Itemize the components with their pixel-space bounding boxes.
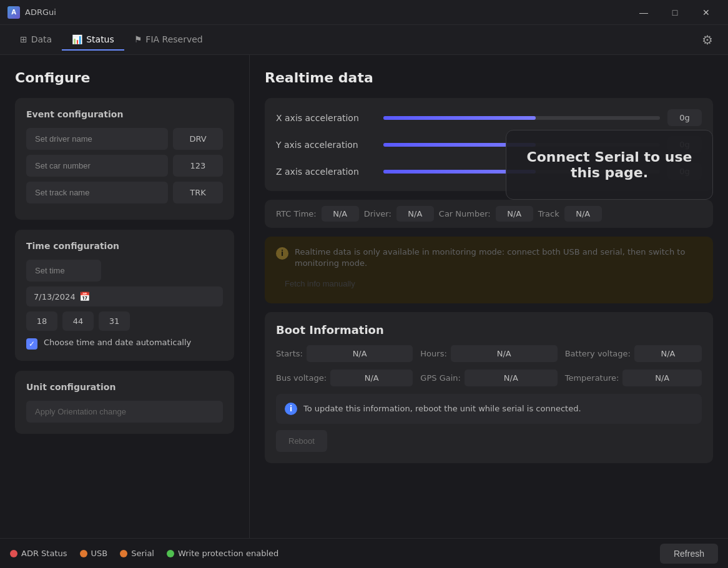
connect-overlay-text: Connect Serial to use this page. <box>527 149 692 180</box>
usb-status-label: USB <box>91 549 108 558</box>
wp-status-label: Write protection enabled <box>178 549 278 558</box>
starts-item: Starts: N/A <box>276 345 413 362</box>
driver-row: Set driver name DRV <box>26 128 223 150</box>
hours-label: Hours: <box>420 349 446 358</box>
hours-value: N/A <box>451 345 558 362</box>
adr-status-dot <box>10 550 17 557</box>
starts-value: N/A <box>307 345 413 362</box>
temp-item: Temperature: N/A <box>565 370 702 386</box>
warning-banner: i Realtime data is only available in mon… <box>265 237 713 303</box>
unit-config-section: Unit configuration Apply Orientation cha… <box>15 371 234 434</box>
set-car-button[interactable]: Set car number <box>26 155 168 177</box>
boot-grid: Starts: N/A Hours: N/A Battery voltage: … <box>276 345 702 386</box>
warning-row: i Realtime data is only available in mon… <box>276 247 702 269</box>
set-track-button[interactable]: Set track name <box>26 182 168 203</box>
temp-value: N/A <box>622 370 702 386</box>
tab-bar: ⊞ Data 📊 Status ⚑ FIA Reserved ⚙ <box>0 25 728 55</box>
configure-title: Configure <box>15 70 234 86</box>
reboot-button[interactable]: Reboot <box>276 430 327 452</box>
set-time-button[interactable]: Set time <box>26 260 101 282</box>
rtc-time-label: RTC Time: <box>276 209 317 218</box>
maximize-button[interactable]: □ <box>661 2 689 22</box>
usb-status-dot <box>80 550 87 557</box>
window-controls: — □ ✕ <box>629 2 721 22</box>
usb-status-item: USB <box>80 549 108 558</box>
tab-data[interactable]: ⊞ Data <box>10 29 62 51</box>
adr-status-label: ADR Status <box>21 549 67 558</box>
x-accel-value: 0g <box>667 109 702 126</box>
date-input[interactable]: 7/13/2024 📅 <box>26 286 223 306</box>
driver-value: DRV <box>173 128 223 150</box>
info-note: i To update this information, reboot the… <box>276 394 702 424</box>
track-row: Set track name TRK <box>26 182 223 203</box>
date-value: 7/13/2024 <box>34 292 76 301</box>
rtc-car-label: Car Number: <box>439 209 491 218</box>
info-note-text: To update this information, reboot the u… <box>303 403 581 415</box>
gps-label: GPS Gain: <box>420 373 461 383</box>
set-driver-button[interactable]: Set driver name <box>26 128 168 150</box>
rtc-time-value: N/A <box>322 206 359 222</box>
wp-status-dot <box>167 550 174 557</box>
title-bar: A ADRGui — □ ✕ <box>0 0 728 25</box>
event-config-title: Event configuration <box>26 109 223 119</box>
rtc-row: RTC Time: N/A Driver: N/A Car Number: N/… <box>265 200 713 228</box>
refresh-button[interactable]: Refresh <box>660 544 718 564</box>
second-input[interactable]: 31 <box>99 311 130 331</box>
warning-text: Realtime data is only available in monit… <box>295 247 702 269</box>
apply-orientation-button[interactable]: Apply Orientation change <box>26 401 223 423</box>
adr-status-item: ADR Status <box>10 549 67 558</box>
bus-value: N/A <box>330 370 413 386</box>
unit-config-title: Unit configuration <box>26 382 223 392</box>
connect-overlay: Connect Serial to use this page. <box>506 130 713 200</box>
hours-item: Hours: N/A <box>420 345 557 362</box>
minute-input[interactable]: 44 <box>62 311 94 331</box>
settings-button[interactable]: ⚙ <box>697 30 718 50</box>
data-tab-icon: ⊞ <box>20 34 27 44</box>
rtc-track-value: N/A <box>564 206 602 222</box>
hour-input[interactable]: 18 <box>26 311 57 331</box>
temp-label: Temperature: <box>565 373 619 383</box>
tab-status-label: Status <box>86 34 114 44</box>
rtc-driver-label: Driver: <box>364 209 391 218</box>
gps-value: N/A <box>465 370 558 386</box>
rtc-track-label: Track <box>538 209 559 218</box>
auto-time-label: Choose time and date automatically <box>44 337 191 348</box>
time-config-section: Time configuration Set time 7/13/2024 📅 … <box>15 230 234 361</box>
boot-title: Boot Information <box>276 323 702 336</box>
tab-fia-label: FIA Reserved <box>145 34 202 44</box>
x-accel-label: X axis acceleration <box>276 113 376 123</box>
bus-label: Bus voltage: <box>276 373 327 383</box>
serial-status-item: Serial <box>120 549 154 558</box>
realtime-title: Realtime data <box>265 70 713 86</box>
y-accel-label: Y axis acceleration <box>276 140 376 150</box>
battery-value: N/A <box>634 345 702 362</box>
status-tab-icon: 📊 <box>72 34 82 44</box>
serial-status-dot <box>120 550 127 557</box>
tab-fia[interactable]: ⚑ FIA Reserved <box>124 29 213 51</box>
minimize-button[interactable]: — <box>629 2 658 22</box>
bus-item: Bus voltage: N/A <box>276 370 413 386</box>
serial-status-label: Serial <box>131 549 154 558</box>
auto-time-checkbox[interactable] <box>26 338 37 350</box>
boot-section: Boot Information Starts: N/A Hours: N/A … <box>265 312 713 463</box>
wp-status-item: Write protection enabled <box>167 549 278 558</box>
battery-label: Battery voltage: <box>565 349 631 358</box>
rtc-driver-value: N/A <box>396 206 434 222</box>
fia-tab-icon: ⚑ <box>134 34 142 44</box>
z-accel-label: Z axis acceleration <box>276 167 376 177</box>
status-bar: ADR Status USB Serial Write protection e… <box>0 538 728 568</box>
close-button[interactable]: ✕ <box>692 2 721 22</box>
auto-time-row: Choose time and date automatically <box>26 337 223 350</box>
tab-data-label: Data <box>31 34 52 44</box>
calendar-icon: 📅 <box>79 291 90 301</box>
time-config-title: Time configuration <box>26 241 223 251</box>
app-title: ADRGui <box>25 7 56 17</box>
car-row: Set car number 123 <box>26 155 223 177</box>
tab-status[interactable]: 📊 Status <box>62 29 124 51</box>
x-accel-row: X axis acceleration 0g <box>276 109 702 126</box>
main-content: Configure Event configuration Set driver… <box>0 55 728 538</box>
app-icon: A <box>7 6 20 19</box>
starts-label: Starts: <box>276 349 303 358</box>
fetch-button[interactable]: Fetch info manually <box>276 274 702 293</box>
car-value: 123 <box>173 155 223 177</box>
